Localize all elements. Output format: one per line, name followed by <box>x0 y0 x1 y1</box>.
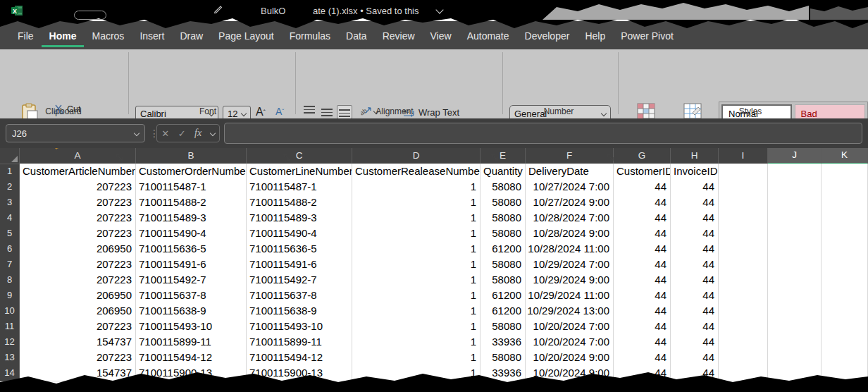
row-header-13[interactable]: 13 <box>0 350 20 366</box>
cell[interactable] <box>822 288 868 304</box>
cell[interactable]: 7100115637-8 <box>247 288 352 304</box>
cell[interactable]: 206950 <box>20 303 136 319</box>
column-header-K[interactable]: K <box>822 148 868 164</box>
row-header-5[interactable]: 5 <box>0 226 20 242</box>
column-header-J[interactable]: J <box>768 148 822 164</box>
cell[interactable]: 44 <box>671 179 719 195</box>
cell[interactable] <box>822 195 868 211</box>
row-header-10[interactable]: 10 <box>0 303 20 319</box>
cell[interactable]: 44 <box>671 257 719 273</box>
cell[interactable] <box>768 365 822 381</box>
cell[interactable]: 7100115487-1 <box>247 179 352 195</box>
cell[interactable]: 10/28/2024 7:00 <box>526 210 614 226</box>
row-header-1[interactable]: 1 <box>0 164 20 180</box>
cell[interactable] <box>719 226 768 242</box>
cell[interactable] <box>719 288 768 304</box>
cell[interactable]: 1 <box>352 334 480 350</box>
cell[interactable]: 44 <box>671 365 719 381</box>
increase-font-size-button[interactable]: Aˆ <box>256 106 266 118</box>
cell[interactable]: 1 <box>352 210 480 226</box>
cell[interactable]: 7100115489-3 <box>136 210 247 226</box>
cell[interactable]: 10/29/2024 9:00 <box>526 272 614 288</box>
row-header-3[interactable]: 3 <box>0 195 20 211</box>
cell[interactable]: 207223 <box>20 195 136 211</box>
cell[interactable]: 61200 <box>480 241 526 257</box>
cell[interactable]: CustomerRealeaseNumber <box>352 164 480 180</box>
formula-bar-chevron[interactable] <box>209 130 215 136</box>
cell[interactable]: 7100115491-6 <box>136 257 247 273</box>
cell[interactable]: 7100115638-9 <box>136 303 247 319</box>
cell[interactable] <box>822 257 868 273</box>
cell[interactable]: 10/28/2024 11:00 <box>526 241 614 257</box>
cell[interactable]: 10/27/2024 7:00 <box>526 179 614 195</box>
cell[interactable]: 44 <box>671 303 719 319</box>
cell[interactable] <box>719 319 768 335</box>
cell[interactable]: 10/20/2024 9:00 <box>526 350 614 366</box>
cell[interactable] <box>822 241 868 257</box>
cell[interactable]: 44 <box>671 288 719 304</box>
cell[interactable]: 1 <box>352 365 480 381</box>
cell[interactable]: 7100115492-7 <box>247 272 352 288</box>
number-dialog-launcher[interactable] <box>607 152 615 165</box>
cell[interactable]: 44 <box>614 365 671 381</box>
cell[interactable]: 44 <box>614 288 671 304</box>
cell[interactable]: 7100115899-11 <box>247 334 352 350</box>
confirm-entry-icon[interactable]: ✓ <box>178 128 186 139</box>
cell[interactable]: CustomerID <box>614 164 671 180</box>
cell[interactable]: 7100115490-4 <box>247 226 352 242</box>
cell[interactable]: 44 <box>614 272 671 288</box>
cell[interactable]: 7100115487-1 <box>136 179 247 195</box>
cell[interactable]: 33936 <box>480 334 526 350</box>
column-header-F[interactable]: F <box>526 148 614 164</box>
cell[interactable]: 207223 <box>20 319 136 335</box>
cell[interactable]: 7100115638-9 <box>247 303 352 319</box>
cell[interactable]: CustomerLineNumber <box>247 164 352 180</box>
row-header-8[interactable]: 8 <box>0 272 20 288</box>
cell[interactable]: 154737 <box>20 334 136 350</box>
column-header-H[interactable]: H <box>671 148 719 164</box>
name-box[interactable]: J26 <box>6 124 145 142</box>
cell[interactable]: 58080 <box>480 210 526 226</box>
cell[interactable]: 10/29/2024 13:00 <box>526 303 614 319</box>
cell[interactable]: 44 <box>614 334 671 350</box>
cell[interactable]: 44 <box>614 241 671 257</box>
cell[interactable]: 44 <box>671 226 719 242</box>
cell[interactable] <box>768 272 822 288</box>
cell[interactable]: DeliveryDate <box>526 164 614 180</box>
align-top-button[interactable] <box>302 105 317 119</box>
cell[interactable]: 1 <box>352 319 480 335</box>
cell[interactable]: 10/29/2024 11:00 <box>526 288 614 304</box>
cell[interactable] <box>719 350 768 366</box>
cell[interactable] <box>822 226 868 242</box>
cell[interactable]: 207223 <box>20 272 136 288</box>
cell[interactable]: 44 <box>671 272 719 288</box>
cell[interactable]: 10/29/2024 7:00 <box>526 257 614 273</box>
column-header-E[interactable]: E <box>480 148 526 164</box>
font-dialog-launcher[interactable] <box>283 152 292 165</box>
cell[interactable]: 44 <box>671 334 719 350</box>
cell[interactable]: 7100115900-13 <box>136 365 247 381</box>
cell[interactable] <box>822 350 868 366</box>
cell[interactable]: 7100115899-11 <box>136 334 247 350</box>
align-middle-button[interactable] <box>319 105 335 119</box>
cell[interactable] <box>719 257 768 273</box>
cell[interactable] <box>719 272 768 288</box>
cell[interactable]: 44 <box>671 319 719 335</box>
cell[interactable] <box>768 319 822 335</box>
name-box-chevron[interactable] <box>134 130 140 136</box>
cell[interactable]: 1 <box>352 288 480 304</box>
cell[interactable] <box>822 179 868 195</box>
cell[interactable]: 58080 <box>480 319 526 335</box>
cell[interactable]: 10/20/2024 7:00 <box>526 334 614 350</box>
row-header-7[interactable]: 7 <box>0 257 20 273</box>
column-header-D[interactable]: D <box>352 148 480 164</box>
cell[interactable]: 7100115488-2 <box>136 195 247 211</box>
cell[interactable]: 7100115491-6 <box>247 257 352 273</box>
row-header-14[interactable]: 14 <box>0 365 20 381</box>
cell[interactable]: 44 <box>614 210 671 226</box>
autosave-toggle[interactable] <box>74 11 106 20</box>
row-header-11[interactable]: 11 <box>0 319 20 335</box>
cell[interactable]: 58080 <box>480 257 526 273</box>
cell[interactable]: CustomerOrderNumber <box>136 164 247 180</box>
cell[interactable]: 33936 <box>480 365 526 381</box>
